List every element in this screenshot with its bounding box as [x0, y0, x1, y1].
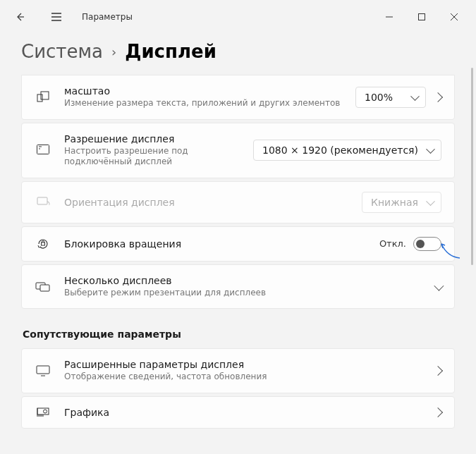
back-button[interactable]	[6, 3, 34, 31]
multiple-displays-icon	[35, 281, 51, 293]
svg-rect-1	[37, 94, 42, 102]
maximize-icon	[418, 13, 425, 20]
row-title: масштао	[64, 85, 343, 97]
minimize-icon	[386, 13, 393, 20]
svg-rect-5	[42, 243, 45, 245]
row-title: Графика	[64, 407, 422, 418]
chevron-right-icon	[433, 92, 443, 102]
svg-rect-3	[37, 145, 49, 154]
row-orientation: Ориентация дисплея Книжная	[21, 181, 455, 223]
row-multiple-displays[interactable]: Несколько дисплеев Выберите режим презен…	[21, 264, 455, 309]
breadcrumb-parent[interactable]: Система	[21, 41, 103, 62]
svg-rect-8	[37, 366, 49, 374]
row-title: Несколько дисплеев	[64, 275, 422, 286]
row-title: Расширенные параметры дисплея	[64, 359, 422, 370]
svg-point-10	[44, 410, 47, 413]
close-button[interactable]	[438, 6, 470, 28]
resolution-dropdown[interactable]: 1080 × 1920 (рекомендуется)	[253, 140, 441, 161]
related-heading: Сопутствующие параметры	[23, 329, 455, 340]
row-subtitle: Отображение сведений, частота обновления	[64, 372, 422, 383]
row-title: Блокировка вращения	[64, 238, 367, 250]
rotation-lock-icon	[35, 237, 51, 251]
content-scroll[interactable]: масштао Изменение размера текста, прилож…	[0, 75, 476, 453]
monitor-icon	[35, 364, 51, 377]
chevron-right-icon	[433, 366, 443, 376]
chevron-right-icon	[433, 407, 443, 417]
close-icon	[451, 13, 458, 20]
minimize-button[interactable]	[373, 6, 405, 28]
row-subtitle: Выберите режим презентации для дисплеев	[64, 288, 422, 299]
maximize-button[interactable]	[405, 6, 438, 28]
row-subtitle: Изменение размера текста, приложений и д…	[64, 98, 343, 109]
window-title: Параметры	[82, 12, 133, 22]
scale-dropdown[interactable]: 100%	[355, 87, 426, 108]
orientation-icon	[35, 196, 51, 209]
menu-button[interactable]	[42, 3, 71, 31]
dropdown-value: 1080 × 1920 (рекомендуется)	[262, 145, 418, 156]
rotation-lock-toggle[interactable]	[413, 237, 441, 251]
dropdown-value: 100%	[365, 92, 393, 103]
svg-rect-0	[419, 14, 425, 20]
row-graphics[interactable]: Графика	[21, 396, 455, 429]
gpu-icon	[35, 407, 51, 418]
row-subtitle: Настроить разрешение под подключённый ди…	[64, 146, 240, 168]
svg-rect-4	[37, 197, 47, 204]
titlebar: Параметры	[0, 0, 476, 34]
dropdown-value: Книжная	[371, 197, 418, 208]
row-rotation-lock[interactable]: Блокировка вращения Откл.	[21, 226, 455, 262]
scale-icon	[35, 90, 51, 104]
resolution-icon	[35, 144, 51, 157]
row-advanced-display[interactable]: Расширенные параметры дисплея Отображени…	[21, 348, 455, 393]
scrollbar[interactable]	[471, 68, 473, 265]
svg-rect-7	[40, 285, 49, 291]
orientation-dropdown: Книжная	[362, 192, 441, 213]
chevron-down-icon	[434, 281, 444, 290]
row-title: Ориентация дисплея	[64, 197, 349, 208]
breadcrumb: Система › Дисплей	[0, 34, 476, 75]
toggle-state-label: Откл.	[379, 238, 406, 249]
back-icon	[14, 11, 25, 23]
hamburger-icon	[51, 12, 62, 22]
row-scale[interactable]: масштао Изменение размера текста, прилож…	[21, 75, 455, 120]
row-resolution[interactable]: Разрешение дисплея Настроить разрешение …	[21, 123, 455, 178]
chevron-right-icon: ›	[111, 44, 116, 59]
row-title: Разрешение дисплея	[64, 133, 240, 145]
page-title: Дисплей	[125, 41, 216, 62]
toggle-knob	[416, 240, 425, 248]
